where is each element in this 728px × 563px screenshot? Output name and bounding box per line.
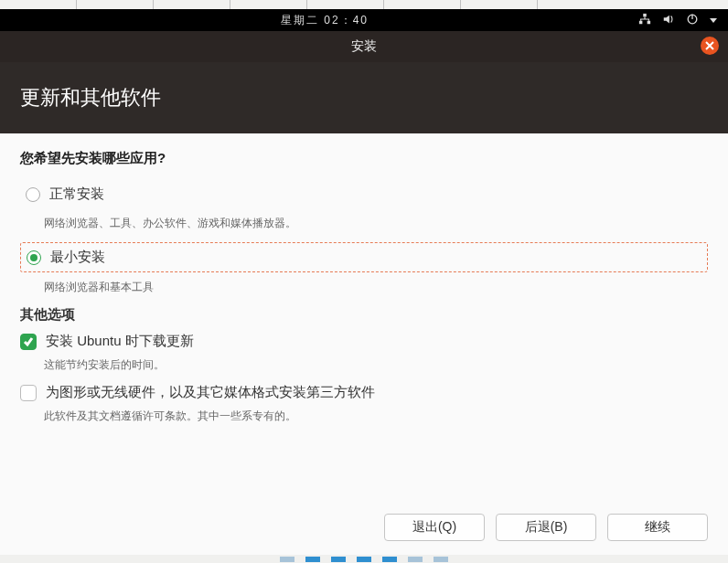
other-option-desc: 此软件及其文档遵循许可条款。其中一些系专有的。 [44,409,708,424]
back-button[interactable]: 后退(B) [496,514,596,541]
checkbox-thirdparty[interactable] [20,385,37,401]
radio-normal[interactable] [26,187,40,202]
svg-rect-2 [648,20,651,24]
dropdown-icon[interactable] [710,18,717,23]
install-option-normal[interactable]: 正常安装 [20,180,708,208]
other-option-desc: 这能节约安装后的时间。 [44,357,708,373]
page-indicator [0,555,728,563]
install-option-minimal[interactable]: 最小安装 [20,242,708,272]
other-option-thirdparty[interactable]: 为图形或无线硬件，以及其它媒体格式安装第三方软件 [20,384,708,401]
system-topbar: 星期二 02：40 [0,9,728,31]
checkbox-updates[interactable] [20,334,37,350]
svg-rect-0 [643,13,647,16]
svg-rect-1 [639,20,643,24]
radio-minimal[interactable] [27,250,41,265]
network-icon[interactable] [638,13,651,28]
install-option-desc: 网络浏览器、工具、办公软件、游戏和媒体播放器。 [44,216,708,231]
volume-icon[interactable] [662,13,675,28]
continue-button[interactable]: 继续 [607,514,708,541]
page-header: 更新和其他软件 [0,62,728,133]
quit-button[interactable]: 退出(Q) [384,514,485,541]
other-options-title: 其他选项 [20,306,708,324]
other-option-label: 为图形或无线硬件，以及其它媒体格式安装第三方软件 [46,384,375,401]
install-option-desc: 网络浏览器和基本工具 [44,280,708,295]
power-icon[interactable] [686,13,699,28]
install-question: 您希望先安装哪些应用? [20,150,708,167]
truncated-top-tabs [0,0,728,9]
window-title: 安装 [351,38,377,55]
other-option-label: 安装 Ubuntu 时下载更新 [46,333,194,350]
window-titlebar: 安装 [0,31,728,62]
other-option-updates[interactable]: 安装 Ubuntu 时下载更新 [20,333,708,350]
install-option-label: 正常安装 [49,186,104,203]
install-option-label: 最小安装 [50,249,105,266]
close-button[interactable] [701,37,719,55]
page-title: 更新和其他软件 [20,84,161,112]
topbar-datetime: 星期二 02：40 [11,13,638,28]
